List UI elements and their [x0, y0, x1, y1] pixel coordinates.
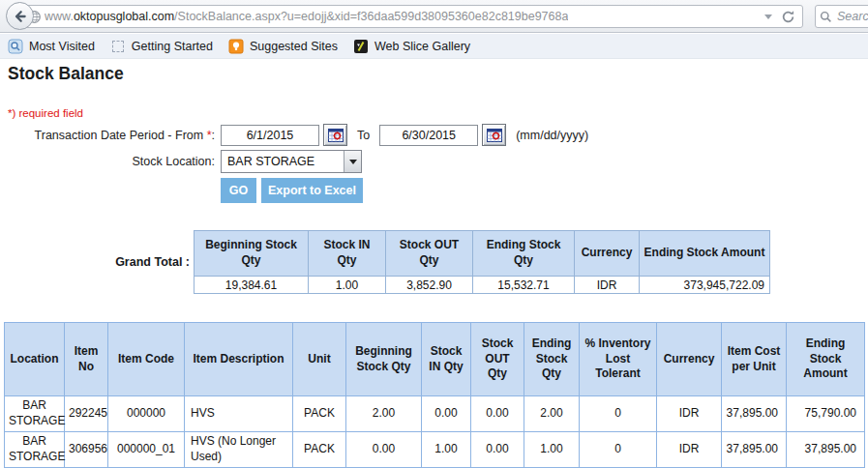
column-header: Stock OUT Qty: [386, 231, 473, 277]
column-header: Ending Stock Amount: [787, 323, 865, 396]
column-header: Beginning Stock Qty: [346, 323, 422, 396]
suggested-sites-icon: [228, 39, 244, 54]
chevron-down-icon: [344, 151, 361, 172]
cell-item-cost-per-unit: 37,895.00: [722, 396, 787, 432]
table-header-row: Location Item No Item Code Item Descript…: [5, 323, 865, 396]
column-header: Item Code: [108, 323, 185, 396]
page-title: Stock Balance: [8, 64, 124, 84]
cell-location: BAR STORAGE: [5, 432, 65, 468]
column-header: Unit: [293, 323, 346, 396]
back-arrow-icon: [13, 9, 28, 24]
most-visited-icon: [8, 39, 23, 54]
getting-started-icon: [110, 39, 126, 54]
calendar-icon: [487, 129, 502, 142]
cell-item-description: HVS (No Longer Used): [185, 432, 293, 468]
grand-total-cell: 3,852.90: [386, 277, 473, 294]
column-header: Item Description: [185, 323, 293, 396]
column-header: Ending Stock Amount: [640, 231, 770, 277]
column-header: Beginning Stock Qty: [195, 231, 309, 277]
column-header: Item No: [65, 323, 108, 396]
search-input[interactable]: [837, 10, 868, 23]
cell-item-no: 292245: [65, 396, 108, 432]
bookmark-getting-started[interactable]: Getting Started: [110, 39, 213, 54]
action-buttons-row: GO Export to Excel: [221, 178, 363, 203]
to-label: To: [357, 129, 370, 142]
date-period-row: Transaction Date Period - From *: To (mm…: [0, 124, 588, 146]
stock-location-value: BAR STORAGE: [222, 155, 344, 168]
back-button[interactable]: [6, 2, 34, 30]
bookmark-label: Web Slice Gallery: [374, 40, 470, 53]
stock-location-row: Stock Location: BAR STORAGE: [0, 150, 362, 173]
column-header: Ending Stock Qty: [524, 323, 580, 396]
export-to-excel-button[interactable]: Export to Excel: [261, 178, 363, 203]
cell-item-no: 306956: [65, 432, 108, 468]
table-row: BAR STORAGE 306956 000000_01 HVS (No Lon…: [5, 432, 865, 468]
grand-total-value-row: 19,384.61 1.00 3,852.90 15,532.71 IDR 37…: [195, 277, 770, 294]
cell-ending-stock-qty: 1.00: [524, 432, 580, 468]
cell-ending-stock-amount: 75,790.00: [787, 396, 865, 432]
grand-total-cell: IDR: [575, 277, 640, 294]
cell-beginning-stock-qty: 0.00: [346, 432, 422, 468]
column-header: % Inventory Lost Tolerant: [580, 323, 657, 396]
grand-total-cell: 19,384.61: [195, 277, 309, 294]
cell-location: BAR STORAGE: [5, 396, 65, 432]
grand-total-table: Beginning Stock Qty Stock IN Qty Stock O…: [194, 230, 770, 294]
browser-window: www.oktopusglobal.com/StockBalance.aspx?…: [0, 0, 868, 468]
bookmark-suggested-sites[interactable]: Suggested Sites: [228, 39, 338, 54]
to-date-input[interactable]: [379, 125, 478, 146]
bookmarks-bar: Most Visited Getting Started Suggested S…: [0, 34, 868, 59]
cell-stock-out-qty: 0.00: [471, 432, 524, 468]
bookmark-label: Most Visited: [29, 40, 95, 53]
calendar-icon: [328, 129, 344, 142]
cell-inventory-lost-tolerant: 0: [580, 396, 657, 432]
reload-icon[interactable]: [781, 10, 795, 24]
column-header: Stock IN Qty: [309, 231, 386, 277]
cell-item-code: 000000_01: [108, 432, 185, 468]
column-header: Ending Stock Qty: [473, 231, 575, 277]
grand-total-header-row: Beginning Stock Qty Stock IN Qty Stock O…: [195, 231, 770, 277]
grand-total-cell: 373,945,722.09: [640, 277, 770, 294]
cell-stock-in-qty: 0.00: [422, 396, 471, 432]
bookmark-label: Getting Started: [132, 40, 213, 53]
bookmark-label: Suggested Sites: [250, 40, 338, 53]
browser-toolbar: www.oktopusglobal.com/StockBalance.aspx?…: [0, 0, 868, 33]
column-header: Stock IN Qty: [422, 323, 471, 396]
from-date-input[interactable]: [221, 125, 319, 146]
web-slice-icon: [353, 39, 369, 54]
from-date-calendar-button[interactable]: [323, 124, 347, 146]
url-bar[interactable]: www.oktopusglobal.com/StockBalance.aspx?…: [20, 5, 803, 28]
column-header: Stock OUT Qty: [471, 323, 524, 396]
date-period-label: Transaction Date Period - From *:: [0, 129, 215, 142]
grand-total-label: Grand Total :: [0, 255, 190, 269]
cell-stock-in-qty: 1.00: [422, 432, 471, 468]
cell-item-description: HVS: [185, 396, 293, 432]
bookmark-web-slice-gallery[interactable]: Web Slice Gallery: [353, 39, 470, 54]
column-header: Currency: [657, 323, 722, 396]
cell-item-cost-per-unit: 37,895.00: [722, 432, 787, 468]
stock-location-select[interactable]: BAR STORAGE: [221, 150, 362, 173]
cell-ending-stock-amount: 37,895.00: [787, 432, 865, 468]
cell-unit: PACK: [293, 432, 346, 468]
search-icon: [820, 11, 832, 23]
cell-inventory-lost-tolerant: 0: [580, 432, 657, 468]
cell-unit: PACK: [293, 396, 346, 432]
column-header: Currency: [575, 231, 640, 277]
grand-total-cell: 15,532.71: [473, 277, 575, 294]
cell-currency: IDR: [657, 432, 722, 468]
date-format-hint: (mm/dd/yyyy): [516, 129, 588, 142]
cell-stock-out-qty: 0.00: [471, 396, 524, 432]
grand-total-cell: 1.00: [309, 277, 386, 294]
to-date-calendar-button[interactable]: [482, 124, 506, 146]
cell-currency: IDR: [657, 396, 722, 432]
cell-ending-stock-qty: 2.00: [524, 396, 580, 432]
column-header: Location: [5, 323, 65, 396]
required-note: *) required field: [8, 107, 83, 119]
stock-balance-table: Location Item No Item Code Item Descript…: [4, 322, 865, 468]
urlbar-dropdown-icon[interactable]: [764, 15, 772, 19]
table-row: BAR STORAGE 292245 000000 HVS PACK 2.00 …: [5, 396, 865, 432]
go-button[interactable]: GO: [221, 178, 256, 203]
search-box: [815, 5, 868, 28]
bookmark-most-visited[interactable]: Most Visited: [8, 39, 95, 54]
column-header: Item Cost per Unit: [722, 323, 787, 396]
cell-beginning-stock-qty: 2.00: [346, 396, 422, 432]
